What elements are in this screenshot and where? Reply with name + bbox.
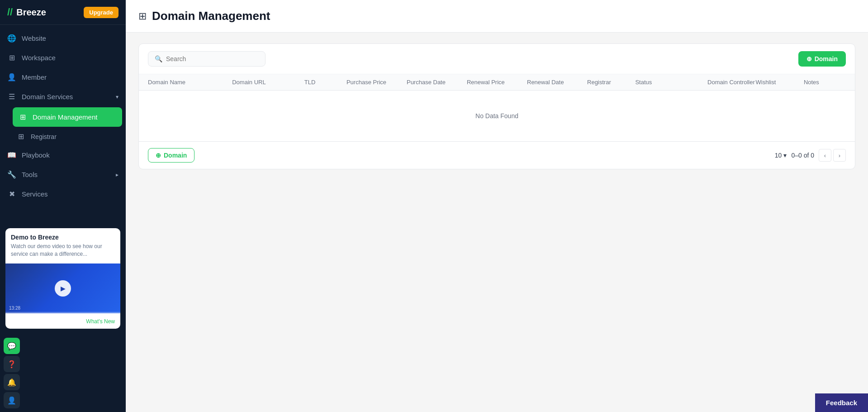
sidebar-item-services[interactable]: ✖ Services bbox=[0, 184, 126, 204]
domain-services-icon: ☰ bbox=[7, 92, 16, 101]
sidebar-nav: 🌐 Website ⊞ Workspace 👤 Member ☰ Domain … bbox=[0, 25, 126, 223]
demo-video-background: ▶ 13:28 bbox=[5, 263, 120, 313]
sidebar-item-label: Member bbox=[22, 73, 47, 81]
sidebar-item-registrar[interactable]: ⊞ Registrar bbox=[9, 128, 126, 145]
table-footer: ⊕ Domain 10 ▾ 0–0 of 0 ‹ › bbox=[139, 141, 855, 169]
logo-container: // Breeze bbox=[7, 6, 46, 18]
demo-card-description: Watch our demo video to see how our serv… bbox=[11, 243, 115, 258]
pagination-next-button[interactable]: › bbox=[833, 149, 846, 162]
sidebar: // Breeze Upgrade 🌐 Website ⊞ Workspace … bbox=[0, 0, 126, 412]
domain-table-container: 🔍 ⊕ Domain Domain Name Domain URL TLD Pu… bbox=[138, 43, 855, 169]
sidebar-item-label: Tools bbox=[22, 171, 38, 178]
sidebar-item-label: Website bbox=[22, 34, 46, 42]
demo-card: Demo to Breeze Watch our demo video to s… bbox=[5, 228, 120, 329]
per-page-value: 10 bbox=[775, 152, 782, 159]
content-area: 🔍 ⊕ Domain Domain Name Domain URL TLD Pu… bbox=[126, 33, 868, 412]
table-toolbar: 🔍 ⊕ Domain bbox=[139, 44, 855, 74]
sidebar-item-website[interactable]: 🌐 Website bbox=[0, 29, 126, 48]
pagination-text: 0–0 of 0 bbox=[791, 152, 814, 159]
sidebar-item-domain-management[interactable]: ⊞ Domain Management bbox=[13, 107, 122, 127]
per-page-selector[interactable]: 10 ▾ bbox=[775, 152, 787, 159]
globe-icon: 🌐 bbox=[7, 34, 16, 43]
column-header-registrar: Registrar bbox=[587, 79, 635, 86]
demo-card-header: Demo to Breeze Watch our demo video to s… bbox=[5, 228, 120, 260]
no-data-message: No Data Found bbox=[139, 91, 855, 141]
column-header-domain-url: Domain URL bbox=[232, 79, 304, 86]
main-content: ⊞ Domain Management 🔍 ⊕ Domain Domain Na… bbox=[126, 0, 868, 412]
page-title-icon: ⊞ bbox=[138, 10, 147, 22]
sidebar-item-tools[interactable]: 🔧 Tools ▸ bbox=[0, 165, 126, 184]
tools-icon: 🔧 bbox=[7, 170, 16, 179]
column-header-renewal-date: Renewal Date bbox=[527, 79, 587, 86]
add-domain-label: Domain bbox=[815, 55, 838, 62]
add-domain-footer-label: Domain bbox=[164, 152, 187, 159]
column-header-status: Status bbox=[635, 79, 707, 86]
column-header-renewal-price: Renewal Price bbox=[467, 79, 527, 86]
sidebar-logo: // Breeze Upgrade bbox=[0, 0, 126, 25]
per-page-chevron-icon: ▾ bbox=[783, 152, 787, 159]
help-icon-button[interactable]: ❓ bbox=[4, 356, 20, 372]
sidebar-item-label: Registrar bbox=[31, 133, 57, 140]
column-header-domain-name: Domain Name bbox=[148, 79, 232, 86]
column-header-tld: TLD bbox=[304, 79, 346, 86]
pagination-navigation: ‹ › bbox=[819, 149, 846, 162]
video-duration: 13:28 bbox=[9, 306, 20, 311]
chevron-right-icon: ▸ bbox=[116, 172, 119, 178]
logo-name: Breeze bbox=[16, 7, 46, 18]
bell-icon-button[interactable]: 🔔 bbox=[4, 374, 20, 390]
sidebar-item-label: Workspace bbox=[22, 54, 56, 62]
sidebar-item-member[interactable]: 👤 Member bbox=[0, 67, 126, 87]
add-domain-button[interactable]: ⊕ Domain bbox=[798, 51, 846, 67]
search-input[interactable] bbox=[166, 55, 259, 62]
sidebar-item-workspace[interactable]: ⊞ Workspace bbox=[0, 48, 126, 67]
playbook-icon: 📖 bbox=[7, 151, 16, 159]
column-header-purchase-date: Purchase Date bbox=[407, 79, 467, 86]
add-outline-icon: ⊕ bbox=[156, 152, 161, 159]
sidebar-item-label: Playbook bbox=[22, 151, 50, 159]
services-icon: ✖ bbox=[7, 190, 16, 198]
workspace-icon: ⊞ bbox=[7, 53, 16, 62]
sidebar-item-label: Services bbox=[22, 190, 48, 198]
sidebar-item-label: Domain Management bbox=[33, 113, 97, 121]
search-icon: 🔍 bbox=[155, 55, 162, 62]
column-header-purchase-price: Purchase Price bbox=[346, 79, 407, 86]
demo-video-thumbnail[interactable]: ▶ 13:28 bbox=[5, 263, 120, 313]
upgrade-button[interactable]: Upgrade bbox=[84, 7, 119, 18]
demo-card-footer: What's New bbox=[5, 313, 120, 329]
column-header-domain-controller: Domain Controller bbox=[707, 79, 755, 86]
play-button[interactable]: ▶ bbox=[55, 280, 71, 297]
sidebar-item-label: Domain Services bbox=[22, 93, 73, 101]
domain-management-icon: ⊞ bbox=[18, 113, 27, 121]
table-headers: Domain Name Domain URL TLD Purchase Pric… bbox=[139, 74, 855, 91]
page-title: Domain Management bbox=[152, 9, 270, 23]
page-header: ⊞ Domain Management bbox=[126, 0, 868, 33]
video-progress-bar bbox=[5, 312, 120, 313]
sidebar-item-domain-services[interactable]: ☰ Domain Services ▾ bbox=[0, 87, 126, 106]
column-header-notes: Notes bbox=[804, 79, 846, 86]
feedback-button[interactable]: Feedback bbox=[815, 393, 868, 412]
sidebar-bottom-icons: 💬 ❓ 🔔 👤 bbox=[0, 334, 126, 412]
chevron-down-icon: ▾ bbox=[116, 94, 119, 100]
pagination-prev-button[interactable]: ‹ bbox=[819, 149, 831, 162]
member-icon: 👤 bbox=[7, 73, 16, 81]
registrar-icon: ⊞ bbox=[16, 132, 25, 141]
column-header-wishlist: Wishlist bbox=[755, 79, 803, 86]
add-icon: ⊕ bbox=[806, 55, 812, 62]
demo-card-title: Demo to Breeze bbox=[11, 234, 115, 241]
sidebar-item-playbook[interactable]: 📖 Playbook bbox=[0, 145, 126, 165]
add-domain-footer-button[interactable]: ⊕ Domain bbox=[148, 148, 194, 163]
domain-services-submenu: ⊞ Domain Management ⊞ Registrar bbox=[0, 107, 126, 145]
logo-icon: // bbox=[7, 6, 13, 18]
pagination-info: 10 ▾ 0–0 of 0 ‹ › bbox=[775, 149, 846, 162]
whats-new-link[interactable]: What's New bbox=[86, 318, 115, 325]
search-box[interactable]: 🔍 bbox=[148, 51, 266, 67]
user-icon-button[interactable]: 👤 bbox=[4, 392, 20, 408]
chat-icon-button[interactable]: 💬 bbox=[4, 338, 20, 354]
